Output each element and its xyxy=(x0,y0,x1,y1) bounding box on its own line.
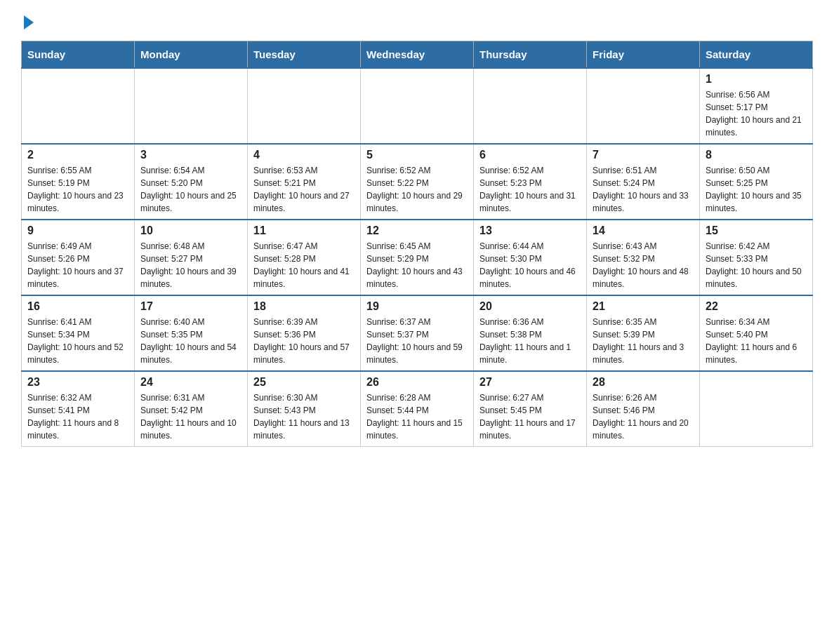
calendar-header-monday: Monday xyxy=(135,41,248,69)
day-info: Sunrise: 6:54 AM Sunset: 5:20 PM Dayligh… xyxy=(140,164,241,215)
day-info: Sunrise: 6:31 AM Sunset: 5:42 PM Dayligh… xyxy=(140,391,241,442)
day-info: Sunrise: 6:45 AM Sunset: 5:29 PM Dayligh… xyxy=(366,240,468,290)
calendar-cell: 13Sunrise: 6:44 AM Sunset: 5:30 PM Dayli… xyxy=(474,220,587,295)
calendar-cell: 17Sunrise: 6:40 AM Sunset: 5:35 PM Dayli… xyxy=(135,295,248,371)
logo-arrow-icon xyxy=(24,15,34,29)
calendar-cell: 2Sunrise: 6:55 AM Sunset: 5:19 PM Daylig… xyxy=(22,144,135,220)
calendar-cell: 20Sunrise: 6:36 AM Sunset: 5:38 PM Dayli… xyxy=(474,295,587,371)
calendar-week-row-1: 1Sunrise: 6:56 AM Sunset: 5:17 PM Daylig… xyxy=(22,68,813,144)
day-info: Sunrise: 6:37 AM Sunset: 5:37 PM Dayligh… xyxy=(366,316,468,366)
day-number: 2 xyxy=(27,149,128,161)
calendar-cell: 5Sunrise: 6:52 AM Sunset: 5:22 PM Daylig… xyxy=(361,144,474,220)
day-number: 20 xyxy=(479,300,581,313)
calendar-cell: 4Sunrise: 6:53 AM Sunset: 5:21 PM Daylig… xyxy=(248,144,361,220)
day-info: Sunrise: 6:48 AM Sunset: 5:27 PM Dayligh… xyxy=(140,240,241,290)
calendar-cell xyxy=(700,371,813,447)
day-number: 18 xyxy=(253,300,355,313)
calendar-cell: 23Sunrise: 6:32 AM Sunset: 5:41 PM Dayli… xyxy=(22,371,135,447)
calendar-cell xyxy=(135,68,248,144)
day-info: Sunrise: 6:32 AM Sunset: 5:41 PM Dayligh… xyxy=(27,391,128,442)
day-info: Sunrise: 6:40 AM Sunset: 5:35 PM Dayligh… xyxy=(140,316,241,366)
day-info: Sunrise: 6:52 AM Sunset: 5:22 PM Dayligh… xyxy=(366,164,468,215)
calendar-table: SundayMondayTuesdayWednesdayThursdayFrid… xyxy=(21,41,813,447)
day-number: 7 xyxy=(593,149,694,161)
calendar-cell xyxy=(474,68,587,144)
calendar-cell: 24Sunrise: 6:31 AM Sunset: 5:42 PM Dayli… xyxy=(135,371,248,447)
day-number: 11 xyxy=(253,224,355,237)
day-number: 14 xyxy=(593,224,694,237)
logo xyxy=(21,14,34,27)
day-number: 1 xyxy=(706,73,807,86)
day-info: Sunrise: 6:56 AM Sunset: 5:17 PM Dayligh… xyxy=(706,88,807,139)
day-number: 25 xyxy=(253,376,355,389)
calendar-cell xyxy=(587,68,700,144)
calendar-cell: 25Sunrise: 6:30 AM Sunset: 5:43 PM Dayli… xyxy=(248,371,361,447)
day-info: Sunrise: 6:42 AM Sunset: 5:33 PM Dayligh… xyxy=(706,240,807,290)
day-number: 4 xyxy=(253,149,355,161)
day-info: Sunrise: 6:30 AM Sunset: 5:43 PM Dayligh… xyxy=(253,391,355,442)
day-info: Sunrise: 6:39 AM Sunset: 5:36 PM Dayligh… xyxy=(253,316,355,366)
calendar-header-row: SundayMondayTuesdayWednesdayThursdayFrid… xyxy=(22,41,813,69)
calendar-header-friday: Friday xyxy=(587,41,700,69)
calendar-header-saturday: Saturday xyxy=(700,41,813,69)
day-number: 13 xyxy=(479,224,581,237)
day-info: Sunrise: 6:52 AM Sunset: 5:23 PM Dayligh… xyxy=(479,164,581,215)
calendar-cell: 22Sunrise: 6:34 AM Sunset: 5:40 PM Dayli… xyxy=(700,295,813,371)
day-info: Sunrise: 6:44 AM Sunset: 5:30 PM Dayligh… xyxy=(479,240,581,290)
day-info: Sunrise: 6:47 AM Sunset: 5:28 PM Dayligh… xyxy=(253,240,355,290)
calendar-cell: 6Sunrise: 6:52 AM Sunset: 5:23 PM Daylig… xyxy=(474,144,587,220)
calendar-header-sunday: Sunday xyxy=(22,41,135,69)
day-number: 21 xyxy=(593,300,694,313)
calendar-header-wednesday: Wednesday xyxy=(361,41,474,69)
day-info: Sunrise: 6:53 AM Sunset: 5:21 PM Dayligh… xyxy=(253,164,355,215)
calendar-cell xyxy=(22,68,135,144)
calendar-cell xyxy=(361,68,474,144)
day-number: 19 xyxy=(366,300,468,313)
day-number: 22 xyxy=(706,300,807,313)
day-info: Sunrise: 6:36 AM Sunset: 5:38 PM Dayligh… xyxy=(479,316,581,366)
calendar-cell: 3Sunrise: 6:54 AM Sunset: 5:20 PM Daylig… xyxy=(135,144,248,220)
calendar-cell: 19Sunrise: 6:37 AM Sunset: 5:37 PM Dayli… xyxy=(361,295,474,371)
day-number: 28 xyxy=(593,376,694,389)
day-info: Sunrise: 6:34 AM Sunset: 5:40 PM Dayligh… xyxy=(706,316,807,366)
calendar-week-row-2: 2Sunrise: 6:55 AM Sunset: 5:19 PM Daylig… xyxy=(22,144,813,220)
day-info: Sunrise: 6:55 AM Sunset: 5:19 PM Dayligh… xyxy=(27,164,128,215)
page-header xyxy=(21,14,813,27)
calendar-cell: 9Sunrise: 6:49 AM Sunset: 5:26 PM Daylig… xyxy=(22,220,135,295)
calendar-week-row-5: 23Sunrise: 6:32 AM Sunset: 5:41 PM Dayli… xyxy=(22,371,813,447)
calendar-cell: 7Sunrise: 6:51 AM Sunset: 5:24 PM Daylig… xyxy=(587,144,700,220)
calendar-cell: 26Sunrise: 6:28 AM Sunset: 5:44 PM Dayli… xyxy=(361,371,474,447)
calendar-cell: 1Sunrise: 6:56 AM Sunset: 5:17 PM Daylig… xyxy=(700,68,813,144)
day-number: 5 xyxy=(366,149,468,161)
calendar-cell: 12Sunrise: 6:45 AM Sunset: 5:29 PM Dayli… xyxy=(361,220,474,295)
day-info: Sunrise: 6:41 AM Sunset: 5:34 PM Dayligh… xyxy=(27,316,128,366)
day-info: Sunrise: 6:43 AM Sunset: 5:32 PM Dayligh… xyxy=(593,240,694,290)
day-number: 26 xyxy=(366,376,468,389)
calendar-cell: 27Sunrise: 6:27 AM Sunset: 5:45 PM Dayli… xyxy=(474,371,587,447)
day-number: 16 xyxy=(27,300,128,313)
calendar-header-tuesday: Tuesday xyxy=(248,41,361,69)
calendar-cell: 11Sunrise: 6:47 AM Sunset: 5:28 PM Dayli… xyxy=(248,220,361,295)
calendar-cell: 18Sunrise: 6:39 AM Sunset: 5:36 PM Dayli… xyxy=(248,295,361,371)
day-info: Sunrise: 6:26 AM Sunset: 5:46 PM Dayligh… xyxy=(593,391,694,442)
day-info: Sunrise: 6:51 AM Sunset: 5:24 PM Dayligh… xyxy=(593,164,694,215)
day-number: 23 xyxy=(27,376,128,389)
day-number: 24 xyxy=(140,376,241,389)
calendar-cell xyxy=(248,68,361,144)
day-number: 17 xyxy=(140,300,241,313)
calendar-cell: 21Sunrise: 6:35 AM Sunset: 5:39 PM Dayli… xyxy=(587,295,700,371)
calendar-cell: 15Sunrise: 6:42 AM Sunset: 5:33 PM Dayli… xyxy=(700,220,813,295)
day-number: 9 xyxy=(27,224,128,237)
day-info: Sunrise: 6:28 AM Sunset: 5:44 PM Dayligh… xyxy=(366,391,468,442)
day-number: 10 xyxy=(140,224,241,237)
calendar-cell: 8Sunrise: 6:50 AM Sunset: 5:25 PM Daylig… xyxy=(700,144,813,220)
day-number: 6 xyxy=(479,149,581,161)
day-info: Sunrise: 6:35 AM Sunset: 5:39 PM Dayligh… xyxy=(593,316,694,366)
day-number: 27 xyxy=(479,376,581,389)
calendar-cell: 10Sunrise: 6:48 AM Sunset: 5:27 PM Dayli… xyxy=(135,220,248,295)
calendar-header-thursday: Thursday xyxy=(474,41,587,69)
day-info: Sunrise: 6:49 AM Sunset: 5:26 PM Dayligh… xyxy=(27,240,128,290)
calendar-cell: 28Sunrise: 6:26 AM Sunset: 5:46 PM Dayli… xyxy=(587,371,700,447)
day-info: Sunrise: 6:27 AM Sunset: 5:45 PM Dayligh… xyxy=(479,391,581,442)
calendar-cell: 14Sunrise: 6:43 AM Sunset: 5:32 PM Dayli… xyxy=(587,220,700,295)
